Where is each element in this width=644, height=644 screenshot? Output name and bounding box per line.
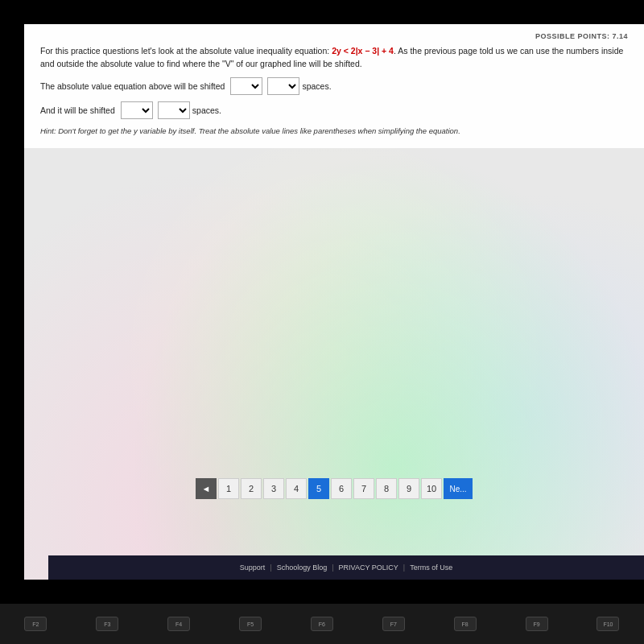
taskbar-key-f3: F3 — [96, 617, 118, 631]
line3-suffix: spaces. — [192, 105, 221, 115]
shift-row-2: And it will be shifted up down left righ… — [40, 101, 628, 119]
intro-text: For this practice questions let's look a… — [40, 46, 332, 56]
shift-direction-select-1[interactable]: up down left right — [230, 77, 262, 95]
shift-amount-select-1[interactable]: 1 2 3 4 — [267, 77, 299, 95]
page-btn-2[interactable]: 2 — [241, 478, 262, 499]
taskbar-key-f6: F6 — [311, 617, 333, 631]
equation-text: 2y < 2|x − 3| + 4 — [332, 46, 394, 56]
screen-area: POSSIBLE POINTS: 7.14 For this practice … — [24, 24, 644, 580]
taskbar-key-f8: F8 — [454, 617, 477, 631]
pagination-area: ◄ 1 2 3 4 5 6 7 8 9 10 Ne... — [24, 478, 644, 499]
privacy-link[interactable]: PRIVACY POLICY — [339, 564, 398, 572]
taskbar-key-f2: F2 — [24, 617, 47, 631]
page-btn-9[interactable]: 9 — [398, 478, 419, 499]
page-btn-4[interactable]: 4 — [286, 478, 307, 499]
taskbar-key-f4: F4 — [167, 617, 190, 631]
page-btn-8[interactable]: 8 — [376, 478, 397, 499]
line3-prefix: And it will be shifted — [40, 105, 115, 115]
pagination: ◄ 1 2 3 4 5 6 7 8 9 10 Ne... — [196, 478, 473, 499]
page-btn-1[interactable]: 1 — [218, 478, 239, 499]
taskbar: F2 F3 F4 F5 F6 F7 F8 F9 F10 — [0, 604, 644, 644]
next-button[interactable]: Ne... — [444, 478, 473, 499]
page-btn-5[interactable]: 5 — [308, 478, 329, 499]
line2-prefix: The absolute value equation above will b… — [40, 81, 225, 91]
page-btn-3[interactable]: 3 — [263, 478, 284, 499]
possible-points: POSSIBLE POINTS: 7.14 — [40, 32, 628, 40]
taskbar-key-f7: F7 — [382, 617, 405, 631]
page-btn-6[interactable]: 6 — [331, 478, 352, 499]
taskbar-key-f9: F9 — [526, 617, 548, 631]
question-paragraph: For this practice questions let's look a… — [40, 45, 628, 71]
hint-text: Hint: Don't forget to get the y variable… — [40, 126, 628, 136]
page-btn-10[interactable]: 10 — [421, 478, 442, 499]
divider-1: | — [270, 564, 271, 572]
taskbar-key-f10: F10 — [597, 617, 619, 631]
prev-button[interactable]: ◄ — [196, 478, 217, 499]
content-panel: POSSIBLE POINTS: 7.14 For this practice … — [24, 24, 644, 148]
support-link[interactable]: Support — [240, 564, 266, 572]
divider-3: | — [403, 564, 405, 572]
possible-points-value: 7.14 — [612, 32, 628, 40]
footer: Support | Schoology Blog | PRIVACY POLIC… — [48, 555, 644, 580]
possible-points-label: POSSIBLE POINTS: — [535, 32, 610, 40]
terms-link[interactable]: Terms of Use — [410, 564, 452, 572]
taskbar-key-f5: F5 — [239, 617, 262, 631]
shift-row-1: The absolute value equation above will b… — [40, 77, 628, 95]
blog-link[interactable]: Schoology Blog — [277, 564, 328, 572]
shift-direction-select-2[interactable]: up down left right — [121, 101, 153, 119]
page-btn-7[interactable]: 7 — [353, 478, 374, 499]
divider-2: | — [332, 564, 333, 572]
line2-suffix: spaces. — [302, 81, 331, 91]
shift-amount-select-2[interactable]: 1 2 3 4 — [158, 101, 190, 119]
